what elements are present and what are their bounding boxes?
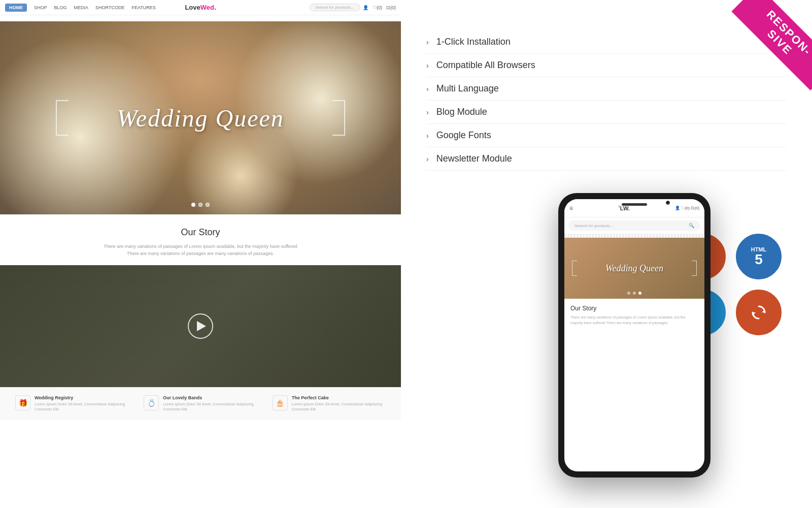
- hero-dots: [191, 203, 210, 207]
- bands-icon: 💍: [144, 395, 159, 410]
- tech-icon-sync: [736, 290, 782, 335]
- hero-title: Wedding Queen: [117, 104, 284, 132]
- nav-icons: 👤 ♡(0) ⊡(0): [363, 5, 396, 10]
- feature-item-5: › Google Fonts: [426, 124, 787, 147]
- feature-arrow-3: ›: [426, 85, 429, 93]
- phone-navbar: ≡ TLW. 👤 ♡(0) ⊡(0): [564, 199, 704, 217]
- hero-dot-1[interactable]: [191, 203, 195, 207]
- story-title: Our Story: [30, 227, 370, 238]
- bands-title: Our Lovely Bands: [163, 395, 257, 400]
- cake-title: The Perfect Cake: [292, 395, 386, 400]
- hero-section: Wedding Queen: [0, 21, 401, 214]
- phone-logo-text: LW.: [620, 205, 630, 211]
- nav-blog-link[interactable]: BLOG: [54, 5, 67, 10]
- phone-story-title: Our Story: [570, 305, 698, 312]
- feature-arrow-4: ›: [426, 108, 429, 116]
- user-icon[interactable]: 👤: [363, 5, 368, 10]
- hero-text-block: Wedding Queen: [117, 104, 284, 132]
- nav-shop-link[interactable]: SHOP: [34, 5, 47, 10]
- ribbon-inner: RESPON-SIVE: [731, 0, 812, 90]
- phone-dot-2: [633, 292, 636, 295]
- sync-icon-svg: [749, 302, 769, 323]
- svg-marker-8: [753, 312, 756, 315]
- feature-label-5: Google Fonts: [436, 130, 491, 141]
- video-section[interactable]: [0, 265, 401, 387]
- tech-icon-html5: HTML 5: [736, 234, 782, 279]
- phone-bracket-left: [572, 261, 577, 276]
- navbar: HOME SHOP BLOG MEDIA SHORTCODE FEATURES …: [0, 0, 401, 15]
- mobile-mockup: ≡ TLW. 👤 ♡(0) ⊡(0) Search for products..…: [558, 193, 710, 478]
- phone-story-text: There are many variations of passages of…: [570, 315, 698, 326]
- bands-text: Lorem Ipsum Dolor Sit Amet, Consectetuer…: [163, 402, 257, 412]
- hero-bracket-right: [332, 100, 345, 136]
- phone-search-placeholder: Search for products...: [574, 224, 613, 228]
- phone-camera: [666, 201, 670, 205]
- nav-shortcode-link[interactable]: SHORTCODE: [95, 5, 124, 10]
- right-panel: RESPON-SIVE › 1-Click Installation › Com…: [401, 0, 812, 508]
- nav-home-button[interactable]: HOME: [5, 4, 27, 12]
- cake-icon: 🎂: [273, 395, 288, 410]
- registry-text: Lorem Ipsum Dolor Sit Amet, Consectetuer…: [35, 402, 128, 412]
- feature-arrow-6: ›: [426, 155, 429, 163]
- left-panel: HOME SHOP BLOG MEDIA SHORTCODE FEATURES …: [0, 0, 401, 508]
- phone-speaker: [622, 203, 647, 206]
- nav-features-link[interactable]: FEATURES: [131, 5, 155, 10]
- phone-story: Our Story There are many variations of p…: [564, 299, 704, 332]
- play-button[interactable]: [188, 313, 213, 339]
- phone-bracket-right: [692, 261, 697, 276]
- bottom-icon-registry: 🎁 Wedding Registry Lorem Ipsum Dolor Sit…: [15, 395, 128, 412]
- phone-hero-title: Wedding Queen: [605, 263, 663, 274]
- phone-logo: TLW.: [618, 205, 630, 211]
- feature-arrow-5: ›: [426, 132, 429, 140]
- phone-search-icon: 🔍: [689, 223, 694, 228]
- feature-label-6: Newsletter Module: [436, 153, 512, 164]
- hero-bracket-left: [56, 100, 69, 136]
- hero-dot-2[interactable]: [198, 203, 202, 207]
- feature-label-1: 1-Click Installation: [436, 37, 511, 47]
- registry-title: Wedding Registry: [35, 395, 128, 400]
- bottom-icon-bands: 💍 Our Lovely Bands Lorem Ipsum Dolor Sit…: [144, 395, 257, 412]
- feature-item-6: › Newsletter Module: [426, 147, 787, 171]
- phone-dot-3: [638, 292, 641, 295]
- lace-border-top: [0, 15, 401, 21]
- feature-arrow-1: ›: [426, 38, 429, 46]
- phone-search-bar[interactable]: Search for products... 🔍: [568, 220, 700, 231]
- bottom-icons-bar: 🎁 Wedding Registry Lorem Ipsum Dolor Sit…: [0, 387, 401, 420]
- play-icon: [197, 321, 206, 331]
- registry-icon: 🎁: [15, 395, 30, 410]
- wishlist-icon[interactable]: ♡(0): [373, 5, 382, 10]
- search-input[interactable]: Search for products...: [310, 4, 360, 11]
- svg-marker-7: [762, 309, 765, 312]
- cart-icon[interactable]: ⊡(0): [386, 5, 396, 10]
- responsive-ribbon: RESPON-SIVE: [700, 0, 812, 112]
- cake-text: Lorem Ipsum Dolor Sit Amet, Consectetuer…: [292, 402, 386, 412]
- ribbon-text: RESPON-SIVE: [735, 0, 812, 87]
- site-logo: LoveWed.: [185, 4, 216, 11]
- phone-hamburger-icon: ≡: [569, 205, 573, 212]
- feature-label-4: Blog Module: [436, 107, 487, 117]
- phone-screen: ≡ TLW. 👤 ♡(0) ⊡(0) Search for products..…: [564, 199, 704, 471]
- phone-outer: ≡ TLW. 👤 ♡(0) ⊡(0) Search for products..…: [558, 193, 710, 478]
- bottom-icon-cake: 🎂 The Perfect Cake Lorem Ipsum Dolor Sit…: [273, 395, 386, 412]
- phone-nav-icons: 👤 ♡(0) ⊡(0): [675, 206, 699, 210]
- feature-label-2: Compatible All Browsers: [436, 60, 535, 71]
- story-section: Our Story There are many variations of p…: [0, 214, 401, 265]
- phone-hero: Wedding Queen: [564, 238, 704, 299]
- story-text: There are many variations of passages of…: [99, 243, 302, 258]
- hero-dot-3[interactable]: [206, 203, 210, 207]
- phone-dot-1: [627, 292, 630, 295]
- phone-lace: [564, 234, 704, 238]
- feature-arrow-2: ›: [426, 61, 429, 70]
- nav-media-link[interactable]: MEDIA: [74, 5, 89, 10]
- phone-dots: [627, 292, 641, 295]
- feature-label-3: Multi Language: [436, 83, 499, 94]
